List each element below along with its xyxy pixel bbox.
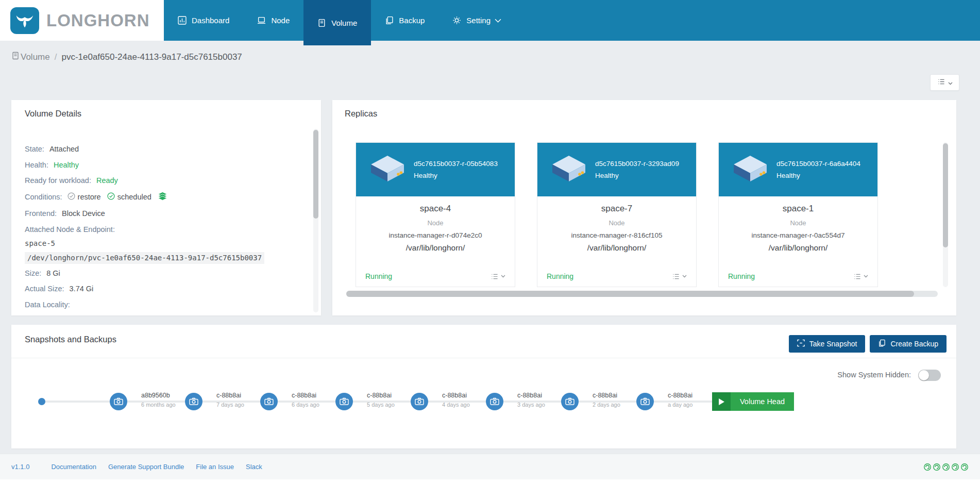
nav-label: Dashboard [192, 16, 229, 25]
snapshot-label: c-88b8ai 7 days ago [216, 392, 244, 408]
replicas-horizontal-scrollbar[interactable] [346, 291, 938, 297]
snapshot-name: c-88b8ai [216, 392, 244, 399]
snapshot-label: c-88b8ai a day ago [668, 392, 692, 408]
spiral-icon [960, 463, 969, 471]
snapshot-name: c-88b8ai [367, 392, 395, 399]
replica-status: Running [547, 272, 573, 280]
brand-text: LONGHORN [46, 11, 150, 30]
laptop-icon [257, 16, 266, 25]
volume-head-button[interactable]: Volume Head [712, 392, 794, 411]
snapshot-node[interactable] [185, 393, 202, 410]
snapshot-scan-icon [797, 339, 805, 348]
replica-card-header: d5c7615b0037-r-6a6a4404 Healthy [719, 143, 877, 196]
replica-card-body: space-7 Node instance-manager-r-816cf105… [537, 204, 696, 253]
snapshot-node[interactable] [561, 393, 579, 410]
health-value: Healthy [54, 160, 79, 170]
timeline-start-dot [38, 398, 45, 405]
replica-menu-button[interactable] [672, 273, 687, 280]
longhorn-volume-detail-page: LONGHORN Dashboard No [0, 0, 980, 483]
footer-support-bundle-link[interactable]: Generate Support Bundle [108, 463, 184, 471]
replica-instance-manager: instance-manager-r-d074e2c0 [356, 231, 515, 239]
spiral-icon [933, 463, 941, 471]
replica-menu-button[interactable] [853, 273, 868, 280]
replica-menu-button[interactable] [491, 273, 505, 280]
replica-data-path: /var/lib/longhorn/ [719, 243, 877, 253]
snapshot-age: 3 days ago [517, 402, 545, 408]
attached-node-endpoint-label: Attached Node & Endpoint: [25, 225, 115, 235]
snapshot-label: c-88b8ai 4 days ago [442, 392, 470, 408]
take-snapshot-label: Take Snapshot [809, 340, 857, 348]
disk-illustration-icon [550, 155, 588, 185]
replica-node-name: space-1 [719, 204, 877, 214]
condition-restore: restore [78, 192, 101, 202]
ready-for-workload-value: Ready [96, 176, 118, 186]
footer-slack-link[interactable]: Slack [246, 463, 262, 471]
snapshot-name: c-88b8ai [668, 392, 692, 399]
snapshot-node[interactable] [486, 393, 503, 410]
snapshot-node[interactable] [636, 393, 654, 410]
show-system-hidden-toggle[interactable] [918, 370, 941, 381]
replica-instance-manager: instance-manager-r-0ac554d7 [719, 231, 877, 239]
frontend-label: Frontend: [25, 209, 57, 219]
footer-version-link[interactable]: v1.1.0 [11, 463, 29, 471]
layers-icon [158, 192, 167, 203]
replica-name: d5c7615b0037-r-6a6a4404 [776, 160, 860, 168]
breadcrumb-separator: / [55, 52, 57, 62]
conditions-label: Conditions: [25, 192, 62, 202]
details-vertical-scrollbar[interactable] [313, 129, 318, 312]
breadcrumb-current-volume: pvc-1e0af650-24ae-4113-9a17-d5c7615b0037 [61, 52, 242, 62]
volume-operations-dropdown-button[interactable] [930, 74, 959, 91]
replica-card: d5c7615b0037-r-3293ad09 Healthy space-7 … [537, 142, 697, 287]
scrollbar-thumb[interactable] [346, 291, 914, 297]
nav-item-node[interactable]: Node [243, 0, 303, 41]
snapshot-node[interactable] [110, 393, 127, 410]
replica-card-header: d5c7615b0037-r-3293ad09 Healthy [537, 143, 696, 196]
nav-item-dashboard[interactable]: Dashboard [164, 0, 243, 41]
nav-menu: Dashboard Node Volume [164, 0, 980, 41]
nav-label: Node [271, 16, 290, 25]
replica-status: Running [728, 272, 755, 280]
toggle-knob [919, 370, 929, 380]
replica-health: Healthy [776, 172, 860, 179]
footer-status-icons [923, 463, 969, 471]
nav-item-backup[interactable]: Backup [371, 0, 438, 41]
longhorn-logo[interactable]: LONGHORN [0, 0, 164, 41]
replica-name: d5c7615b0037-r-3293ad09 [595, 160, 679, 168]
disk-illustration-icon [731, 155, 769, 185]
snapshot-name: c-88b8ai [517, 392, 545, 399]
size-label: Size: [25, 269, 41, 278]
replicas-vertical-scrollbar[interactable] [943, 142, 948, 287]
snapshot-node[interactable] [335, 393, 353, 410]
create-backup-button[interactable]: Create Backup [870, 335, 947, 353]
snapshot-name: c-88b8ai [593, 392, 620, 399]
snapshot-label: a8b9560b 6 months ago [141, 392, 176, 408]
nav-item-setting[interactable]: Setting [438, 0, 515, 41]
scrollbar-thumb[interactable] [943, 143, 948, 247]
replica-card-body: space-1 Node instance-manager-r-0ac554d7… [719, 204, 877, 253]
snapshot-age: 6 days ago [292, 402, 319, 408]
replicas-title: Replicas [345, 109, 377, 119]
take-snapshot-button[interactable]: Take Snapshot [789, 335, 866, 353]
replica-name: d5c7615b0037-r-05b54083 [414, 160, 498, 168]
replica-node-name: space-7 [537, 204, 696, 214]
data-locality-label: Data Locality: [25, 300, 70, 310]
snapshot-node[interactable] [260, 393, 278, 410]
actual-size-value: 3.74 Gi [70, 284, 94, 294]
bull-logo-icon [10, 7, 39, 34]
nav-item-volume[interactable]: Volume [303, 0, 371, 45]
footer-documentation-link[interactable]: Documentation [51, 463, 96, 471]
show-system-hidden-label: Show System Hidden: [837, 371, 911, 379]
snapshot-node[interactable] [411, 393, 428, 410]
actual-size-label: Actual Size: [25, 284, 64, 294]
breadcrumb-volume-link[interactable]: Volume [21, 52, 50, 62]
snapshots-title: Snapshots and Backups [25, 335, 116, 344]
scheduled-condition-check-icon [107, 192, 115, 203]
disk-illustration-icon [368, 155, 407, 185]
footer-file-issue-link[interactable]: File an Issue [196, 463, 234, 471]
replica-card: d5c7615b0037-r-05b54083 Healthy space-4 … [356, 142, 515, 287]
replica-node-label: Node [719, 219, 877, 227]
scrollbar-thumb[interactable] [313, 130, 318, 219]
snapshot-age: 2 days ago [593, 402, 620, 408]
size-value: 8 Gi [46, 269, 60, 278]
snapshot-label: c-88b8ai 3 days ago [517, 392, 545, 408]
